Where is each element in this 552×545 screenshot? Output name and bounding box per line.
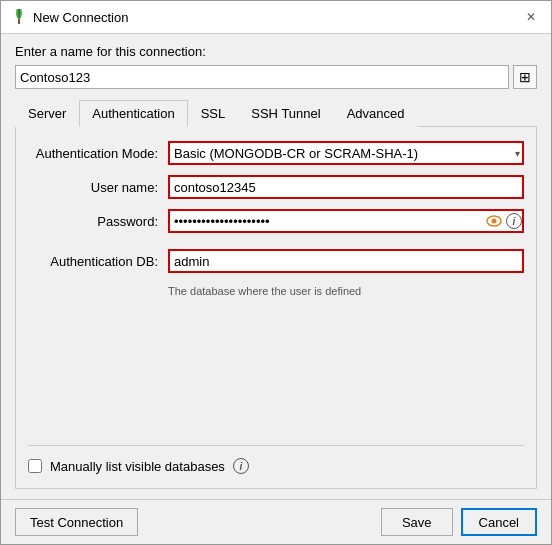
password-icons: i [484,211,522,231]
password-input[interactable] [168,209,524,233]
tab-content: Authentication Mode: None Basic (MONGODB… [15,127,537,489]
connection-name-input[interactable] [15,65,509,89]
password-info-icon: i [506,213,522,229]
title-bar-left: New Connection [11,9,128,25]
footer: Test Connection Save Cancel [1,499,551,544]
auth-mode-row: Authentication Mode: None Basic (MONGODB… [28,141,524,165]
tab-server[interactable]: Server [15,100,79,127]
test-connection-button[interactable]: Test Connection [15,508,138,536]
separator [28,445,524,446]
svg-point-4 [492,219,497,224]
app-icon [11,9,27,25]
auth-mode-label: Authentication Mode: [28,146,168,161]
username-control [168,175,524,199]
show-password-button[interactable] [484,211,504,231]
auth-db-row: Authentication DB: [28,249,524,273]
auth-mode-control: None Basic (MONGODB-CR or SCRAM-SHA-1) M… [168,141,524,165]
save-button[interactable]: Save [381,508,453,536]
new-connection-dialog: New Connection ✕ Enter a name for this c… [0,0,552,545]
tabs: Server Authentication SSL SSH Tunnel Adv… [15,99,537,127]
connection-name-row: ⊞ [15,65,537,89]
password-row: Password: i [28,209,524,233]
tab-ssl[interactable]: SSL [188,100,239,127]
tab-authentication[interactable]: Authentication [79,100,187,127]
auth-db-hint: The database where the user is defined [168,285,524,297]
favorite-button[interactable]: ⊞ [513,65,537,89]
cancel-button[interactable]: Cancel [461,508,537,536]
username-input[interactable] [168,175,524,199]
footer-right: Save Cancel [381,508,537,536]
tab-advanced[interactable]: Advanced [334,100,418,127]
username-row: User name: [28,175,524,199]
auth-db-control [168,249,524,273]
auth-mode-select[interactable]: None Basic (MONGODB-CR or SCRAM-SHA-1) M… [168,141,524,165]
username-label: User name: [28,180,168,195]
dialog-body: Enter a name for this connection: ⊞ Serv… [1,34,551,499]
auth-db-label: Authentication DB: [28,254,168,269]
checkbox-row: Manually list visible databases i [28,458,524,474]
content-spacer [28,297,524,433]
connection-name-label: Enter a name for this connection: [15,44,537,59]
dialog-title: New Connection [33,10,128,25]
tab-ssh-tunnel[interactable]: SSH Tunnel [238,100,333,127]
close-button[interactable]: ✕ [521,7,541,27]
manually-list-label[interactable]: Manually list visible databases [50,459,225,474]
manually-list-checkbox[interactable] [28,459,42,473]
password-control: i [168,209,524,233]
password-label: Password: [28,214,168,229]
auth-db-input[interactable] [168,249,524,273]
title-bar: New Connection ✕ [1,1,551,34]
checkbox-info-icon: i [233,458,249,474]
